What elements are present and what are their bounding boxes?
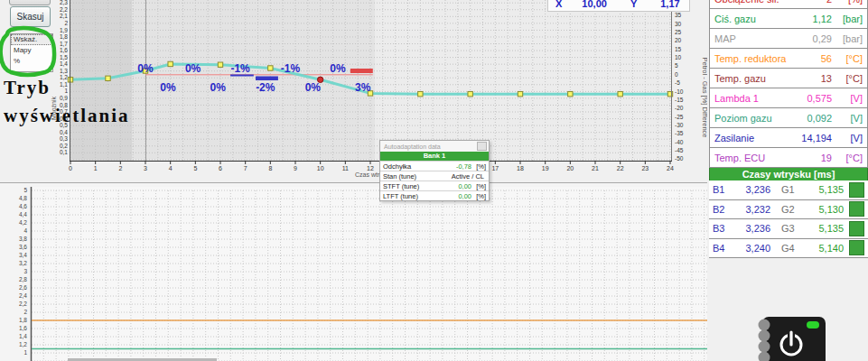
svg-text:17: 17 [491,165,499,171]
svg-text:0,2: 0,2 [60,143,68,149]
svg-text:-35: -35 [675,130,684,136]
telemetry-label: Obciążenie sil. [714,0,826,5]
telemetry-row: Obciążenie sil. 2 [%] [710,0,867,9]
tooltip-row-label: STFT (tune) [383,182,458,190]
svg-text:4: 4 [169,165,173,171]
petrol-injection-time: 3,236 [733,223,770,234]
interface-device-image [755,314,827,361]
partial-top-button[interactable] [9,0,51,5]
svg-text:5: 5 [675,62,678,69]
telemetry-unit: [bar] [832,33,863,44]
readout-x-label: X [555,0,562,9]
right-axis-title: Petrol - Gas [%] Difference [701,57,707,137]
close-icon[interactable] [477,142,487,151]
petrol-injector-label: B4 [713,243,733,254]
injection-times-chart[interactable]: 54,84,64,44,243,83,63,43,232,82,62,42,22… [0,183,707,361]
telemetry-label: Poziom gazu [714,113,807,124]
selected-cell-bar[interactable] [350,69,373,73]
map-point-marker[interactable] [518,91,522,96]
adaptation-cell-label[interactable]: -2% [256,81,275,94]
map-point-marker[interactable] [468,91,472,96]
svg-text:2,3: 2,3 [60,0,68,5]
cursor-readout: X 10,00 Y 1,17 [547,0,690,12]
map-point-marker[interactable] [418,91,423,96]
tooltip-row-unit: [%] [471,182,486,190]
gas-injection-time: 5,140 [801,243,844,254]
map-point-marker[interactable] [268,66,273,70]
telemetry-label: Temp. reduktora [714,53,821,64]
svg-text:2: 2 [23,309,27,315]
green-annotation-circle [0,22,61,79]
telemetry-unit: [°C] [832,73,863,84]
adaptation-cell-label[interactable]: 0% [160,81,176,94]
gas-injection-time: 5,135 [801,184,844,195]
telemetry-label: Ciś. gazu [714,14,813,24]
telemetry-unit: [%] [832,0,863,5]
injector-status-square [849,201,864,217]
svg-text:4,8: 4,8 [19,195,27,201]
telemetry-value: 0,575 [807,93,832,104]
svg-text:2,6: 2,6 [19,284,27,291]
svg-text:-50: -50 [675,155,684,162]
svg-text:4,6: 4,6 [19,203,27,209]
adaptation-cell-label[interactable]: 0% [330,62,346,75]
svg-text:2,8: 2,8 [19,276,27,282]
svg-text:0,1: 0,1 [60,149,68,155]
svg-text:5: 5 [23,187,27,193]
svg-text:2,1: 2,1 [60,13,68,19]
gas-injection-time: 5,130 [801,204,844,215]
svg-text:0: 0 [69,165,72,171]
svg-text:7: 7 [244,165,247,171]
adaptation-cell-label[interactable]: 0% [137,62,154,75]
svg-text:3: 3 [144,165,147,171]
adaptation-cell-label[interactable]: 0% [305,81,322,94]
adaptation-cell-label[interactable]: -1% [230,62,250,75]
svg-text:10: 10 [675,54,682,60]
map-point-marker[interactable] [168,61,173,66]
petrol-injection-time: 3,240 [733,243,770,254]
adaptation-cell-label[interactable]: 3% [355,81,371,94]
injector-row: B2 3,232 G2 5,130 [709,200,868,220]
petrol-injector-label: B1 [713,184,733,195]
tooltip-row-label: Stan (tune) [383,172,452,180]
adaptation-cell-label[interactable]: 0% [185,62,201,75]
telemetry-value: 13 [821,73,832,84]
svg-text:0: 0 [675,71,678,78]
svg-text:35: 35 [675,12,682,18]
tooltip-row-unit: [%] [471,162,486,171]
svg-text:30: 30 [675,21,682,27]
adaptation-cell-label[interactable]: -1% [281,62,301,75]
injector-status-square [849,221,864,236]
petrol-injector-label: B3 [713,223,733,234]
svg-text:1,2: 1,2 [19,341,27,347]
tooltip-title: Autoadaptation data [384,143,441,150]
telemetry-panel: Obciążenie sil. 2 [%]Ciś. gazu 1,12 [bar… [709,0,868,258]
svg-text:11: 11 [342,165,349,171]
tooltip-titlebar[interactable]: Autoadaptation data [380,141,489,152]
map-point-marker[interactable] [618,91,622,96]
svg-text:1: 1 [23,349,27,356]
device-led-dot [759,341,770,353]
svg-text:22: 22 [617,165,624,171]
svg-text:1,4: 1,4 [19,333,27,339]
telemetry-label: MAP [714,33,813,44]
svg-text:18: 18 [517,165,524,171]
svg-text:1: 1 [94,165,98,171]
tooltip-row: Stan (tune) Active / CL [380,171,489,180]
adaptation-cell-label[interactable]: 0% [210,81,227,94]
telemetry-unit: [°C] [832,53,863,64]
map-point-marker[interactable] [218,62,222,67]
petrol-injection-time: 3,232 [733,204,770,215]
svg-text:-10: -10 [675,88,684,95]
injector-status-square [849,182,864,198]
telemetry-unit: [V] [832,133,863,143]
svg-text:20: 20 [675,37,682,43]
lpg-tuning-app-window: 0%0%-1%-1%0%0%0%-2%0%3%2,32,22,121,91,81… [0,0,868,361]
map-point-marker[interactable] [568,91,573,96]
telemetry-row: Zasilanie 14,194 [V] [710,128,867,148]
autoadaptation-tooltip: Autoadaptation data Bank 1 Odchyłka -0,7… [379,140,490,201]
svg-text:21: 21 [592,165,599,171]
svg-text:4: 4 [23,227,27,234]
svg-text:8: 8 [268,165,272,171]
telemetry-value: 0,29 [813,33,832,44]
